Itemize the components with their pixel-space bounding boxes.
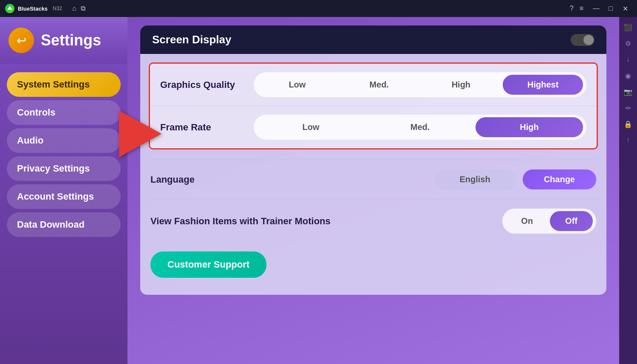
back-icon: ↩ — [17, 34, 26, 48]
highlighted-section: Graphics Quality Low Med. High Highest F… — [149, 62, 598, 150]
graphics-quality-row: Graphics Quality Low Med. High Highest — [150, 64, 597, 106]
header-toggle-thumb — [583, 35, 594, 45]
main-panel: Screen Display Graphics Quality Low Med.… — [127, 17, 619, 364]
frame-rate-label: Frame Rate — [160, 122, 245, 133]
language-value: English — [434, 169, 515, 189]
title-bar-left: BlueStacks N32 ⌂ ⧉ — [5, 4, 85, 13]
sidebar-title: Settings — [41, 31, 101, 49]
app-area: ↩ Settings System Settings Controls Audi… — [0, 17, 637, 364]
gq-highest-button[interactable]: Highest — [503, 75, 583, 95]
fashion-items-row: View Fashion Items with Trainer Motions … — [149, 199, 598, 243]
svg-marker-0 — [7, 6, 12, 10]
language-controls: English Change — [337, 169, 596, 189]
fr-low-button[interactable]: Low — [257, 117, 365, 137]
strip-icon-5[interactable]: ✏ — [621, 101, 635, 115]
sidebar-item-account-settings[interactable]: Account Settings — [7, 184, 121, 209]
fashion-off-button[interactable]: Off — [550, 211, 593, 231]
menu-icon[interactable]: ≡ — [580, 5, 583, 12]
graphics-quality-label: Graphics Quality — [160, 79, 245, 90]
fashion-items-controls: On Off — [339, 209, 596, 234]
strip-icon-0[interactable]: ⬛ — [621, 20, 635, 34]
sidebar: ↩ Settings System Settings Controls Audi… — [0, 17, 127, 364]
settings-card: Screen Display Graphics Quality Low Med.… — [140, 25, 606, 295]
strip-icon-4[interactable]: 📷 — [621, 85, 635, 99]
card-header: Screen Display — [140, 25, 606, 54]
sidebar-item-controls[interactable]: Controls — [7, 100, 121, 125]
app-name: BlueStacks — [18, 6, 48, 12]
sidebar-header: ↩ Settings — [0, 17, 127, 64]
customer-support-button[interactable]: Customer Support — [150, 251, 266, 278]
language-row: Language English Change — [149, 160, 598, 199]
frame-rate-row: Frame Rate Low Med. High — [150, 106, 597, 148]
strip-icon-3[interactable]: ◉ — [621, 69, 635, 82]
close-button[interactable]: ✕ — [618, 2, 632, 15]
maximize-button[interactable]: □ — [604, 2, 617, 15]
nav-list: System Settings Controls Audio Privacy S… — [0, 64, 127, 245]
language-label: Language — [150, 174, 329, 185]
gq-high-button[interactable]: High — [421, 75, 501, 95]
graphics-quality-options: Low Med. High Highest — [254, 72, 586, 97]
right-strip: ⬛ ⚙ ↓ ◉ 📷 ✏ 🔒 ↑ — [619, 17, 637, 364]
frame-rate-options: Low Med. High — [254, 115, 586, 140]
fr-high-button[interactable]: High — [476, 117, 583, 137]
gq-low-button[interactable]: Low — [257, 75, 337, 95]
header-toggle-track[interactable] — [571, 34, 595, 46]
sidebar-item-audio[interactable]: Audio — [7, 128, 121, 153]
strip-icon-1[interactable]: ⚙ — [621, 37, 635, 50]
title-bar: BlueStacks N32 ⌂ ⧉ ? ≡ — □ ✕ — [0, 0, 637, 17]
sidebar-item-system-settings[interactable]: System Settings — [7, 72, 121, 97]
outer-settings: Language English Change View Fashion Ite… — [140, 158, 606, 295]
change-language-button[interactable]: Change — [523, 169, 596, 189]
strip-icon-6[interactable]: 🔒 — [621, 117, 635, 131]
minimize-button[interactable]: — — [589, 2, 603, 15]
instance-label: N32 — [53, 6, 62, 11]
multi-icon[interactable]: ⧉ — [81, 5, 85, 12]
header-toggle[interactable] — [571, 34, 595, 46]
help-icon[interactable]: ? — [570, 5, 574, 12]
bluestacks-logo — [5, 4, 14, 13]
home-icon[interactable]: ⌂ — [72, 5, 76, 12]
fr-med-button[interactable]: Med. — [366, 117, 474, 137]
strip-icon-7[interactable]: ↑ — [621, 133, 635, 147]
customer-support-section: Customer Support — [149, 243, 598, 286]
sidebar-item-privacy-settings[interactable]: Privacy Settings — [7, 156, 121, 181]
gq-med-button[interactable]: Med. — [339, 75, 419, 95]
fashion-items-label: View Fashion Items with Trainer Motions — [150, 216, 331, 227]
window-controls: ? ≡ — □ ✕ — [570, 2, 632, 15]
sidebar-item-data-download[interactable]: Data Download — [7, 212, 121, 237]
fashion-items-toggle: On Off — [502, 209, 596, 234]
fashion-on-button[interactable]: On — [506, 211, 548, 231]
back-button[interactable]: ↩ — [8, 28, 34, 53]
card-title: Screen Display — [152, 33, 231, 46]
strip-icon-2[interactable]: ↓ — [621, 53, 635, 66]
